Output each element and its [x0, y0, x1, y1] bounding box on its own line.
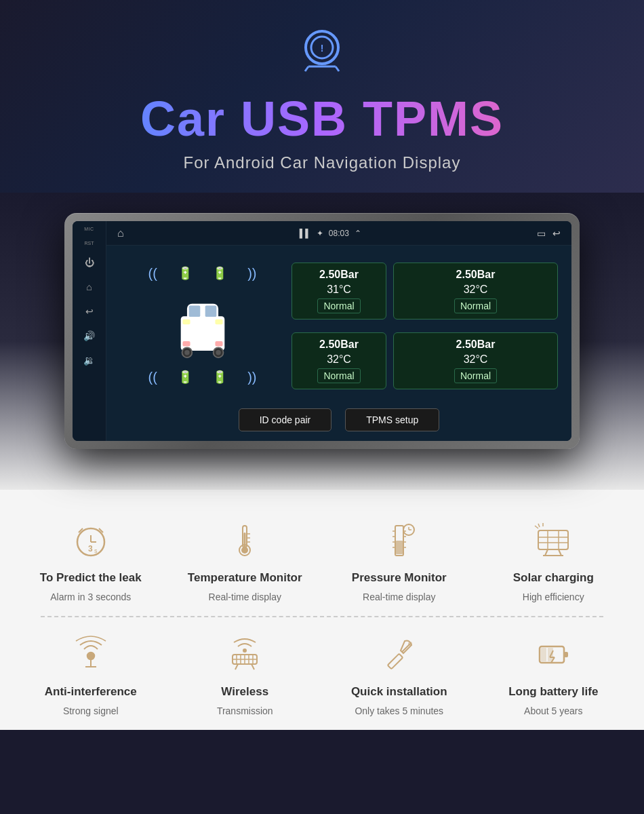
svg-text:s: s	[94, 547, 98, 554]
svg-point-60	[243, 648, 247, 653]
rr-wave-icon: ))	[247, 370, 256, 385]
window-icon: ▭	[537, 228, 546, 239]
svg-rect-16	[182, 341, 190, 346]
feature-quick-install: Quick installation Only takes 5 minutes	[329, 631, 470, 716]
tire-readings-grid: 2.50Bar 31°C Normal (( 🔋 🔋 ))	[120, 259, 558, 392]
volume-up-icon[interactable]: 🔊	[82, 328, 97, 343]
fr-battery-icon: 🔋	[212, 266, 227, 282]
topbar-home-icon: ⌂	[117, 227, 124, 239]
fl-status: Normal	[317, 298, 360, 313]
thermometer-icon	[221, 517, 268, 564]
feature-wireless: Wireless Transmission	[175, 631, 316, 716]
feature-temp-monitor: Temperature Monitor Real-time display	[175, 517, 316, 602]
device-section: MIC RST ⏻ ⌂ ↩ 🔊 🔉 ⌂ ▌▌ ✦ 08:03 ⌃	[0, 193, 644, 490]
svg-rect-15	[215, 319, 222, 324]
volume-down-icon[interactable]: 🔉	[82, 353, 97, 368]
fr-status: Normal	[454, 298, 497, 313]
anti-interference-title: Anti-interference	[45, 685, 137, 699]
feature-pressure-monitor: Pressure Monitor Real-time display	[329, 517, 470, 602]
feature-solar-charging: Solar charging High efficiency	[483, 517, 624, 602]
svg-point-11	[184, 350, 189, 355]
id-code-pair-button[interactable]: ID code pair	[239, 408, 331, 431]
wrench-icon	[376, 631, 423, 678]
battery-life-title: Long battery life	[508, 685, 598, 699]
rl-status: Normal	[317, 368, 360, 383]
alarm-clock-icon: s 3	[67, 517, 115, 564]
hero-subtitle: For Android Car Navigation Display	[14, 153, 630, 172]
wireless-title: Wireless	[221, 685, 268, 699]
battery-life-desc: About 5 years	[524, 705, 582, 716]
svg-rect-45	[538, 530, 568, 549]
anti-interference-desc: Strong signel	[63, 705, 119, 716]
rl-temp: 32°C	[300, 353, 378, 366]
pressure-gauge-icon	[376, 517, 423, 564]
car-display-center: (( 🔋 🔋 ))	[120, 259, 285, 392]
device-main-display: ⌂ ▌▌ ✦ 08:03 ⌃ ▭ ↩	[106, 221, 571, 441]
bluetooth-icon: ✦	[317, 229, 323, 238]
svg-point-72	[408, 642, 412, 646]
rr-temp: 32°C	[402, 353, 549, 366]
tire-rear-right: 2.50Bar 32°C Normal	[393, 332, 558, 389]
svg-line-5	[336, 66, 339, 71]
fl-pressure: 2.50Bar	[300, 269, 378, 281]
fl-wave-icon: ((	[148, 266, 157, 282]
device-screen-area: MIC RST ⏻ ⌂ ↩ 🔊 🔉 ⌂ ▌▌ ✦ 08:03 ⌃	[73, 221, 571, 441]
topbar-right: ▭ ↩	[537, 228, 561, 239]
device-sidebar: MIC RST ⏻ ⌂ ↩ 🔊 🔉	[73, 221, 106, 441]
wireless-desc: Transmission	[217, 705, 273, 716]
rr-pressure: 2.50Bar	[402, 338, 549, 351]
svg-point-57	[87, 653, 94, 659]
quick-install-title: Quick installation	[351, 685, 447, 699]
pressure-monitor-title: Pressure Monitor	[352, 571, 447, 585]
fr-wave-icon: ))	[247, 266, 256, 282]
svg-text:!: !	[321, 43, 324, 54]
features-section-1: s 3 To Predict the leak Alarm in 3 secon…	[0, 490, 644, 730]
svg-text:3: 3	[88, 544, 93, 554]
rr-status: Normal	[454, 368, 497, 383]
feature-battery-life: Long battery life About 5 years	[483, 631, 624, 716]
rst-label: RST	[85, 241, 94, 246]
svg-rect-74	[564, 652, 568, 657]
solar-panel-icon	[529, 517, 577, 564]
device-frame: MIC RST ⏻ ⌂ ↩ 🔊 🔉 ⌂ ▌▌ ✦ 08:03 ⌃	[64, 213, 580, 449]
tpms-setup-button[interactable]: TPMS setup	[345, 408, 439, 431]
svg-rect-78	[541, 648, 546, 661]
svg-rect-8	[188, 305, 200, 317]
svg-rect-9	[205, 305, 216, 317]
fl-temp: 31°C	[300, 284, 378, 296]
features-grid-1: s 3 To Predict the leak Alarm in 3 secon…	[20, 517, 624, 602]
clock-display: 08:03	[329, 229, 349, 238]
svg-point-28	[241, 547, 248, 554]
tire-rear-left: 2.50Bar 32°C Normal	[291, 332, 386, 389]
rl-wave-icon: ((	[148, 370, 157, 385]
power-icon[interactable]: ⏻	[82, 255, 97, 270]
feature-predict-leak: s 3 To Predict the leak Alarm in 3 secon…	[20, 517, 161, 602]
rl-pressure: 2.50Bar	[300, 338, 378, 351]
svg-rect-41	[396, 541, 403, 554]
svg-rect-79	[548, 648, 553, 661]
front-sensors: (( 🔋 🔋 ))	[148, 266, 257, 282]
signal-bars-icon: ▌▌	[300, 229, 311, 238]
pressure-monitor-desc: Real-time display	[363, 592, 435, 602]
features-divider	[41, 616, 603, 617]
temp-monitor-desc: Real-time display	[209, 592, 281, 602]
svg-line-54	[538, 524, 540, 527]
svg-line-4	[305, 66, 308, 71]
tpms-warning-icon: !	[14, 27, 630, 84]
svg-rect-27	[244, 532, 246, 547]
solar-charging-title: Solar charging	[513, 571, 594, 585]
svg-line-68	[235, 664, 238, 670]
solar-charging-desc: High efficiency	[523, 592, 584, 602]
fr-pressure: 2.50Bar	[402, 269, 549, 281]
svg-point-13	[216, 350, 220, 355]
svg-line-53	[535, 526, 538, 528]
home-icon[interactable]: ⌂	[82, 279, 97, 294]
predict-leak-desc: Alarm in 3 seconds	[50, 592, 131, 602]
mic-label: MIC	[84, 227, 94, 231]
back-nav-icon[interactable]: ↩	[82, 304, 97, 319]
device-bottom-buttons: ID code pair TPMS setup	[106, 399, 571, 441]
rear-sensors: (( 🔋 🔋 ))	[148, 370, 257, 385]
chevron-up-icon: ⌃	[355, 229, 361, 238]
temp-monitor-title: Temperature Monitor	[188, 571, 302, 585]
feature-anti-interference: Anti-interference Strong signel	[20, 631, 161, 716]
